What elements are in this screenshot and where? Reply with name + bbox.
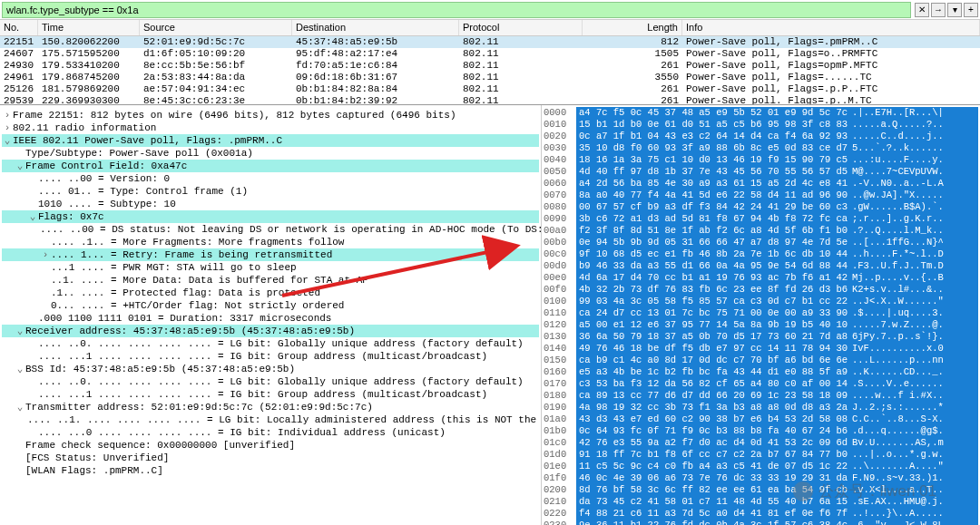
tree-ds[interactable]: .... ..00 = DS status: Not leaving DS or… xyxy=(40,223,542,236)
tree-ig1[interactable]: .... ...1 .... .... .... .... = IG bit: … xyxy=(38,350,539,363)
tree-radio[interactable]: 802.11 radio information xyxy=(13,122,539,134)
hex-row[interactable]: 00d0b9 46 33 da a3 55 d1 66 0a 4a 95 9e … xyxy=(544,260,978,272)
tree-ig3[interactable]: .... ...0 .... .... .... .... = IG bit: … xyxy=(38,426,539,439)
hex-row[interactable]: 00e04d 6a 17 d4 70 cc b1 a1 19 76 93 ac … xyxy=(544,272,978,284)
filter-dropdown-button[interactable]: ▾ xyxy=(947,3,962,17)
hex-row[interactable]: 014049 76 46 18 be df f5 db e7 97 cc 14 … xyxy=(544,343,978,355)
hex-row[interactable]: 0000a4 7c f5 0c 45 37 48 a5 e9 5b 52 01 … xyxy=(544,107,978,119)
tree-duration[interactable]: .000 1100 1111 0101 = Duration: 3317 mic… xyxy=(38,312,539,325)
hex-row[interactable]: 00b00e 94 5b 9b 9d 05 31 66 66 47 a7 d8 … xyxy=(544,237,978,248)
column-header-destination[interactable]: Destination xyxy=(292,20,459,35)
tree-flags[interactable]: Flags: 0x7c xyxy=(38,210,539,223)
packet-row[interactable]: 24961179.8687452002a:53:83:44:8a:da09:6d… xyxy=(0,72,980,83)
collapse-icon[interactable]: ⌄ xyxy=(15,160,25,172)
hex-row[interactable]: 0110ca 24 d7 cc 13 01 7c bc 75 71 00 0e … xyxy=(544,307,978,319)
packet-row[interactable]: 22151150.82006220052:01:e9:9d:5c:7c45:37… xyxy=(0,36,980,48)
tree-type[interactable]: .... 01.. = Type: Control frame (1) xyxy=(38,185,539,198)
hex-row[interactable]: 0180ca 89 13 cc 77 d6 d7 dd 66 20 69 1c … xyxy=(544,390,978,402)
hex-row[interactable]: 010099 03 4a 3c 05 58 f5 85 57 ca c3 0d … xyxy=(544,296,978,307)
tree-receiver[interactable]: Receiver address: 45:37:48:a5:e9:5b (45:… xyxy=(25,325,539,337)
close-icon: ✕ xyxy=(918,5,926,15)
tree-moredata[interactable]: ..1. .... = More Data: Data is buffered … xyxy=(51,274,539,287)
tree-type-subtype[interactable]: Type/Subtype: Power-Save poll (0x001a) xyxy=(25,147,539,160)
clear-filter-button[interactable]: ✕ xyxy=(915,3,929,17)
packet-row[interactable]: 24930179.5334102008e:cc:5b:5e:56:bffd:70… xyxy=(0,60,980,72)
display-filter-bar: ✕ → ▾ + xyxy=(0,0,980,20)
hex-row[interactable]: 01d091 18 ff 7c b1 f8 6f cc c7 c2 2a b7 … xyxy=(544,449,978,461)
tree-frame[interactable]: Frame 22151: 812 bytes on wire (6496 bit… xyxy=(13,109,539,122)
tree-subtype[interactable]: 1010 .... = Subtype: 10 xyxy=(38,198,539,210)
hex-row[interactable]: 02008d 76 bf 58 3c 6c ff 82 ee ee 61 ea … xyxy=(544,484,978,496)
tree-ieee80211[interactable]: IEEE 802.11 Power-Save poll, Flags: .pmP… xyxy=(13,134,539,147)
tree-frag[interactable]: .... .1.. = More Fragments: More fragmen… xyxy=(51,236,539,248)
packet-row[interactable]: 29539229.3699303008e:45:3c:c6:23:3e0b:b1… xyxy=(0,95,980,105)
tree-transmitter[interactable]: Transmitter address: 52:01:e9:9d:5c:7c (… xyxy=(25,401,539,413)
packet-rows: 22151150.82006220052:01:e9:9d:5c:7c45:37… xyxy=(0,36,980,105)
hex-row[interactable]: 00a0f2 3f 8f 8d 51 8e 1f ab f2 6c a8 4d … xyxy=(544,225,978,237)
tree-lg2[interactable]: .... ..0. .... .... .... .... = LG bit: … xyxy=(38,375,539,388)
hex-row[interactable]: 01a043 d3 43 e7 ed 60 c2 90 38 b7 e6 b4 … xyxy=(544,413,978,425)
hex-row[interactable]: 02309e 36 11 b1 22 76 fd dc 0b 4a 3c 1f … xyxy=(544,520,978,525)
tree-fcs-status[interactable]: [FCS Status: Unverified] xyxy=(25,452,539,464)
hex-row[interactable]: 01e011 c5 5c 9c c4 c0 fb a4 a3 c5 41 de … xyxy=(544,461,978,472)
hex-row[interactable]: 0120a5 00 e1 12 e6 37 95 77 14 5a 8a 9b … xyxy=(544,319,978,331)
collapse-icon[interactable]: ⌄ xyxy=(15,325,25,337)
hex-row[interactable]: 008000 67 57 cf b9 a3 df f3 84 42 24 41 … xyxy=(544,201,978,213)
tree-version[interactable]: .... ..00 = Version: 0 xyxy=(38,172,539,185)
expand-icon[interactable]: › xyxy=(2,109,13,122)
packet-details-pane[interactable]: ›Frame 22151: 812 bytes on wire (6496 bi… xyxy=(0,105,542,525)
column-header-source[interactable]: Source xyxy=(140,20,292,35)
column-header-info[interactable]: Info xyxy=(682,20,980,35)
collapse-icon[interactable]: ⌄ xyxy=(2,134,13,147)
hex-row[interactable]: 0150ca b9 c1 4c a0 8d 17 0d dc c7 70 bf … xyxy=(544,355,978,366)
hex-row[interactable]: 0210da 73 45 c2 41 58 01 c7 11 48 4d 55 … xyxy=(544,496,978,508)
hex-row[interactable]: 00708a a0 40 77 f4 4a 41 5d e6 22 58 d4 … xyxy=(544,190,978,201)
tree-htc[interactable]: 0... .... = +HTC/Order flag: Not strictl… xyxy=(51,299,539,312)
add-filter-button[interactable]: + xyxy=(964,3,978,17)
expand-icon[interactable]: › xyxy=(40,248,51,261)
packet-list-pane: No. Time Source Destination Protocol Len… xyxy=(0,20,980,105)
apply-filter-button[interactable]: → xyxy=(931,3,946,17)
hex-row[interactable]: 013036 6a 50 79 18 37 a5 0b 70 d5 17 73 … xyxy=(544,331,978,343)
hex-row[interactable]: 00200c a7 1f b1 04 43 e3 c2 64 14 d4 ca … xyxy=(544,131,978,142)
packet-row[interactable]: 25126181.579869200ae:57:04:91:34:ec0b:b1… xyxy=(0,83,980,95)
hex-row[interactable]: 01c042 76 e3 55 9a a2 f7 d0 ac d4 0d 41 … xyxy=(544,437,978,449)
packet-row[interactable]: 24607175.571595200d1:6f:05:10:09:2095:df… xyxy=(0,48,980,60)
tree-protected[interactable]: .1.. .... = Protected flag: Data is prot… xyxy=(51,287,539,299)
hex-row[interactable]: 00c09f 10 68 d5 ec e1 fb 46 8b 2a 7e 1b … xyxy=(544,248,978,260)
display-filter-input[interactable] xyxy=(2,2,911,18)
hex-row[interactable]: 00903b c6 72 a1 d3 ad 5d 81 f8 67 94 4b … xyxy=(544,213,978,225)
hex-row[interactable]: 00f04b 32 2b 73 df 76 83 fb 6c 23 ee 8f … xyxy=(544,284,978,296)
hex-row[interactable]: 0060a4 2d 56 ba 85 4e 30 a9 a3 61 15 a5 … xyxy=(544,178,978,190)
collapse-icon[interactable]: ⌄ xyxy=(15,401,25,413)
plus-icon: + xyxy=(968,5,974,15)
hex-row[interactable]: 01904a 98 19 32 cc 3b 73 f1 3a b3 a8 a8 … xyxy=(544,402,978,413)
column-header-length[interactable]: Length xyxy=(583,20,682,35)
hex-row[interactable]: 01b00c 64 93 fc 0f 71 f9 0c b3 88 b8 fa … xyxy=(544,425,978,437)
hex-row[interactable]: 0220f4 88 21 c6 11 a3 7d 5c a0 d4 41 81 … xyxy=(544,508,978,520)
hex-row[interactable]: 0170c3 53 ba f3 12 da 56 82 cf 65 a4 80 … xyxy=(544,378,978,390)
tree-fcf[interactable]: Frame Control Field: 0xa47c xyxy=(25,160,539,172)
column-header-no[interactable]: No. xyxy=(0,20,38,35)
hex-row[interactable]: 003035 10 d8 f0 60 93 3f a9 88 6b 8c e5 … xyxy=(544,142,978,154)
hex-row[interactable]: 001015 b1 1d b0 0e 61 d0 51 a5 c5 b6 95 … xyxy=(544,119,978,131)
arrow-right-icon: → xyxy=(934,5,943,15)
column-header-protocol[interactable]: Protocol xyxy=(459,20,583,35)
hex-row[interactable]: 004018 16 1a 3a 75 c1 10 d0 13 46 19 f9 … xyxy=(544,154,978,166)
collapse-icon[interactable]: ⌄ xyxy=(27,210,38,223)
tree-fcs[interactable]: Frame check sequence: 0x00000000 [unveri… xyxy=(25,439,539,452)
tree-lg3[interactable]: .... ..1. .... .... .... .... = LG bit: … xyxy=(27,413,542,426)
tree-retry[interactable]: .... 1... = Retry: Frame is being retran… xyxy=(51,248,539,261)
column-header-time[interactable]: Time xyxy=(38,20,140,35)
tree-wlan-flags[interactable]: [WLAN Flags: .pmPRM..C] xyxy=(25,464,539,477)
hex-row[interactable]: 00504d 40 ff 97 d8 1b 37 7e 43 45 56 70 … xyxy=(544,166,978,178)
hex-row[interactable]: 01f046 0c 4e 39 06 a6 73 7e 76 dc 33 33 … xyxy=(544,472,978,484)
packet-bytes-pane[interactable]: 0000a4 7c f5 0c 45 37 48 a5 e9 5b 52 01 … xyxy=(542,105,980,525)
tree-bssid[interactable]: BSS Id: 45:37:48:a5:e9:5b (45:37:48:a5:e… xyxy=(25,363,539,375)
tree-pwr[interactable]: ...1 .... = PWR MGT: STA will go to slee… xyxy=(51,261,539,274)
tree-ig2[interactable]: .... ...1 .... .... .... .... = IG bit: … xyxy=(38,388,539,401)
collapse-icon[interactable]: ⌄ xyxy=(15,363,25,375)
tree-lg1[interactable]: .... ..0. .... .... .... .... = LG bit: … xyxy=(38,337,539,350)
expand-icon[interactable]: › xyxy=(2,122,13,134)
hex-row[interactable]: 0160e5 a3 4b be 1c b2 fb bc fa 43 44 d1 … xyxy=(544,366,978,378)
